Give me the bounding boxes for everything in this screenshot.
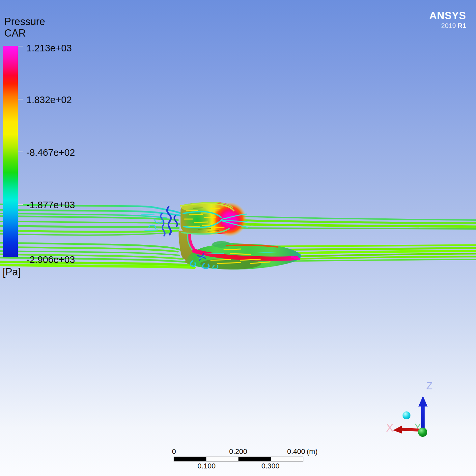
legend-title: Pressure (4, 16, 45, 28)
ruler-segment (174, 457, 206, 461)
legend-subtitle: CAR (4, 27, 26, 39)
legend-tick (18, 152, 23, 152)
legend-value: -8.467e+02 (26, 147, 75, 158)
legend-tick (18, 204, 23, 205)
legend-value: -1.877e+03 (26, 200, 75, 210)
ansys-logo: ANSYS 2019 R1 (429, 11, 466, 30)
axis-triad[interactable]: Y Z X (386, 380, 433, 437)
streamlines-wake-upper (230, 216, 476, 229)
legend-tick (18, 46, 23, 46)
ansys-version-year: 2019 (441, 22, 456, 29)
ruler-label: 0.400 (287, 447, 305, 456)
legend-unit: [Pa] (3, 266, 21, 278)
ruler-label: 0 (172, 447, 176, 456)
viewport-3d[interactable]: Y Z X Pressure CAR 1.213e+03 1.832e+02 -… (0, 0, 476, 476)
ansys-logo-version: 2019 R1 (429, 22, 466, 30)
axis-z-label: Z (426, 380, 433, 392)
ruler-segment (271, 457, 303, 461)
ruler-label: 0.200 (229, 447, 247, 456)
legend-value: 1.213e+03 (26, 43, 72, 54)
scale-ruler (174, 457, 303, 462)
pressure-legend: Pressure CAR 1.213e+03 1.832e+02 -8.467e… (0, 0, 105, 283)
axis-x-label: X (386, 421, 394, 434)
ansys-version-release: R1 (458, 22, 466, 29)
ruler-segment (238, 457, 271, 461)
ansys-logo-brand: ANSYS (429, 11, 466, 21)
axis-marker-sphere (403, 411, 410, 419)
legend-value: 1.832e+02 (26, 95, 72, 105)
axis-origin-sphere (418, 428, 427, 437)
axis-x-arrowhead (393, 426, 402, 434)
car-model (179, 202, 301, 269)
ruler-label: 0.300 (261, 462, 279, 470)
streamlines-wake-lower (273, 245, 476, 261)
legend-value: -2.906e+03 (26, 254, 75, 265)
ruler-unit: (m) (307, 447, 318, 456)
legend-tick (18, 257, 23, 257)
legend-tick (18, 99, 23, 99)
legend-colorbar (3, 46, 18, 257)
ruler-segment (206, 457, 238, 461)
ruler-label: 0.100 (197, 462, 215, 470)
axis-z-arrowhead (418, 396, 428, 406)
